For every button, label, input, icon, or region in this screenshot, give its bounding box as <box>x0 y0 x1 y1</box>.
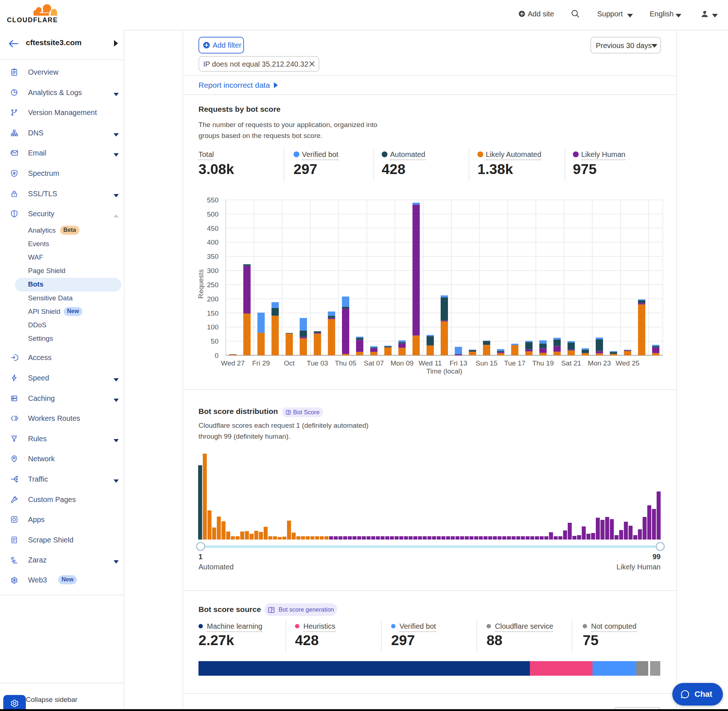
svg-text:Tue 03: Tue 03 <box>307 359 328 367</box>
svg-text:Tue 17: Tue 17 <box>504 359 525 367</box>
svg-text:Mon 23: Mon 23 <box>588 359 611 367</box>
svg-text:Sat 07: Sat 07 <box>364 359 384 367</box>
svg-text:400: 400 <box>207 239 219 246</box>
svg-text:350: 350 <box>207 253 219 260</box>
svg-text:150: 150 <box>207 310 219 317</box>
svg-text:Oct: Oct <box>284 359 295 367</box>
svg-text:450: 450 <box>207 225 219 232</box>
svg-text:200: 200 <box>207 295 219 303</box>
svg-text:550: 550 <box>207 196 219 204</box>
svg-text:500: 500 <box>207 210 219 218</box>
svg-text:100: 100 <box>207 323 219 331</box>
svg-text:Time (local): Time (local) <box>427 367 462 375</box>
svg-text:Sat 21: Sat 21 <box>561 359 581 367</box>
svg-text:Thu 05: Thu 05 <box>335 359 356 367</box>
svg-text:Fri 29: Fri 29 <box>253 359 270 367</box>
svg-text:300: 300 <box>207 267 219 274</box>
svg-text:Fri 13: Fri 13 <box>449 359 467 367</box>
svg-text:Sun 15: Sun 15 <box>475 359 498 367</box>
svg-text:Wed 11: Wed 11 <box>418 359 442 367</box>
svg-text:Wed 27: Wed 27 <box>221 359 245 367</box>
svg-text:Thu 19: Thu 19 <box>532 359 554 367</box>
svg-text:50: 50 <box>211 338 219 345</box>
svg-text:Wed 25: Wed 25 <box>616 359 639 367</box>
svg-text:Mon 09: Mon 09 <box>390 359 413 367</box>
svg-text:0: 0 <box>214 352 219 359</box>
svg-text:Requests: Requests <box>197 269 205 298</box>
svg-text:250: 250 <box>207 281 219 289</box>
